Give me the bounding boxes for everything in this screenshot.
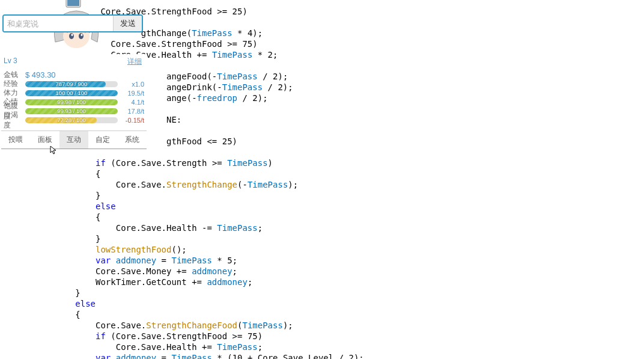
tab-panel[interactable]: 面板 — [30, 131, 59, 149]
money-value: $ 493.30 — [25, 70, 56, 79]
stat-rate: -0.15/t — [120, 117, 144, 124]
stat-label: 口渴度 — [4, 110, 23, 130]
stat-rate: 4.1/t — [120, 99, 144, 106]
chat-bar: 发送 — [2, 14, 143, 32]
stat-bar: 100.00 / 100 — [25, 90, 118, 96]
stat-bar: 787.09 / 900 — [25, 81, 118, 87]
tab-custom[interactable]: 自定 — [88, 131, 117, 149]
chat-input[interactable] — [4, 16, 113, 31]
stat-row-drink: 口渴度 77.28 / 100 -0.15/t — [1, 115, 147, 124]
stat-bar: 77.28 / 100 — [25, 117, 118, 123]
stat-rate: x1.0 — [120, 81, 144, 88]
stat-row-exp: 经验 787.09 / 900 x1.0 — [1, 79, 147, 88]
stat-bar: 99.93 / 100 — [25, 108, 118, 114]
stats-panel: Lv 3 详细 金钱 $ 493.30 经验 787.09 / 900 x1.0… — [1, 54, 147, 149]
detail-link[interactable]: 详细 — [127, 57, 142, 67]
send-button[interactable]: 发送 — [113, 16, 142, 31]
stat-row-stamina: 体力 100.00 / 100 19.5/t — [1, 88, 147, 97]
tab-bar: 投喂 面板 互动 自定 系统 — [1, 130, 147, 149]
tab-interact[interactable]: 互动 — [59, 131, 88, 149]
stat-row-money: 金钱 $ 493.30 — [1, 70, 147, 79]
stat-rate: 17.8/t — [120, 108, 144, 115]
stat-bar: 99.98 / 100 — [25, 99, 118, 105]
stat-row-food: 饱腹度 99.93 / 100 17.8/t — [1, 106, 147, 115]
stat-rate: 19.5/t — [120, 90, 144, 97]
tab-feed[interactable]: 投喂 — [1, 131, 30, 149]
code-editor: Core.Save.StrengthFood >= 25) gthChange(… — [60, 0, 644, 359]
tab-system[interactable]: 系统 — [118, 131, 147, 149]
level-label: Lv 3 — [4, 57, 17, 67]
stat-row-mood: 心情 99.98 / 100 4.1/t — [1, 97, 147, 106]
